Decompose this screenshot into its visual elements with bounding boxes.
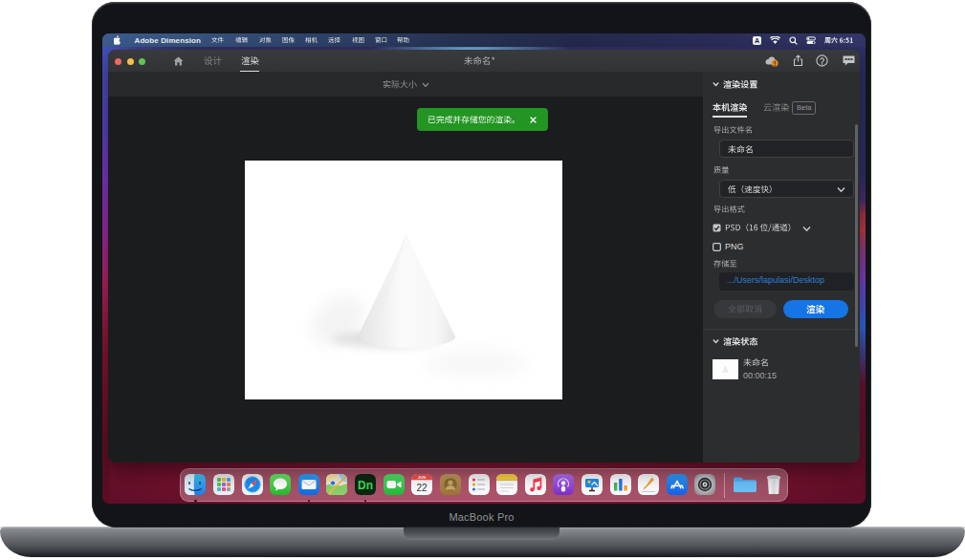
svg-text:22: 22 xyxy=(417,483,428,493)
svg-text:Dn: Dn xyxy=(358,479,373,492)
svg-text:JUN: JUN xyxy=(418,475,426,480)
svg-text:!: ! xyxy=(774,60,776,67)
